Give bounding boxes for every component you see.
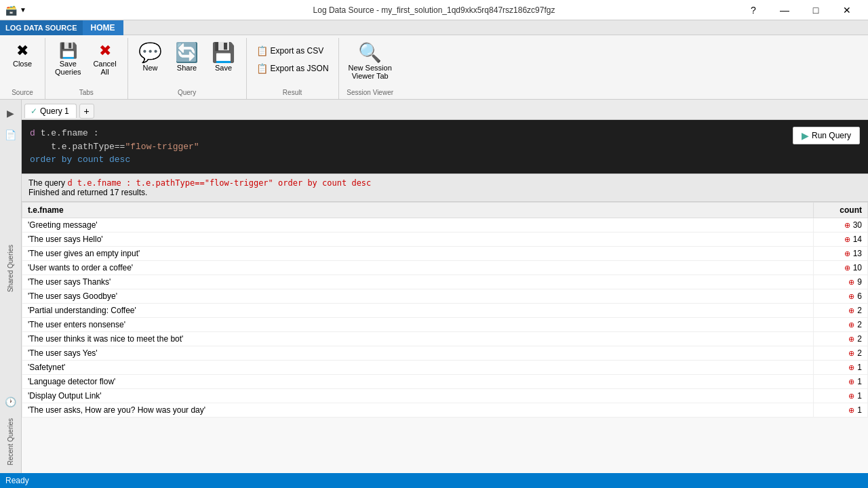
results-area: The query d t.e.fname : t.e.pathType=="f… bbox=[22, 174, 868, 473]
table-row[interactable]: 'The user enters nonsense'⊕2 bbox=[22, 318, 868, 332]
ribbon: ✖ Close Source 💾 Save Queries ✖ Cancel A… bbox=[0, 35, 868, 100]
recent-queries-icon[interactable]: 🕐 bbox=[1, 392, 20, 411]
minimize-button[interactable]: — bbox=[769, 0, 800, 20]
save-icon: 💾 bbox=[212, 43, 235, 62]
result-group-label: Result bbox=[283, 87, 302, 99]
count-value: 1 bbox=[857, 405, 862, 415]
table-row[interactable]: 'Language detector flow'⊕1 bbox=[22, 375, 868, 389]
count-icon: ⊕ bbox=[848, 292, 854, 301]
export-json-button[interactable]: 📋 Export as JSON bbox=[252, 61, 333, 76]
add-tab-button[interactable]: + bbox=[79, 104, 94, 119]
title-dropdown-icon[interactable]: ▼ bbox=[20, 6, 26, 14]
share-button[interactable]: 🔄 Share bbox=[170, 41, 204, 75]
editor-line-1: d t.e.fname : bbox=[30, 127, 860, 140]
save-label: Save bbox=[215, 64, 232, 72]
cell-fname: 'The user gives an empty input' bbox=[22, 247, 814, 261]
app-icon: 🗃️ bbox=[5, 5, 17, 16]
cell-fname: 'The user says Thanks' bbox=[22, 275, 814, 289]
results-query-line: The query d t.e.fname : t.e.pathType=="f… bbox=[28, 178, 861, 188]
cell-count: ⊕1 bbox=[814, 375, 868, 389]
cell-fname: 'Display Output Link' bbox=[22, 389, 814, 403]
share-icon: 🔄 bbox=[175, 43, 199, 62]
export-csv-button[interactable]: 📋 Export as CSV bbox=[252, 43, 333, 58]
table-row[interactable]: 'The user thinks it was nice to meet the… bbox=[22, 332, 868, 346]
menu-bar: LOG DATA SOURCE HOME bbox=[0, 20, 868, 35]
cell-fname: 'The user enters nonsense' bbox=[22, 318, 814, 332]
collapse-sidebar-icon[interactable]: ▶ bbox=[1, 104, 20, 123]
cancel-all-icon: ✖ bbox=[99, 43, 111, 58]
close-icon: ✖ bbox=[16, 43, 28, 58]
count-value: 10 bbox=[853, 263, 862, 272]
cell-count: ⊕14 bbox=[814, 232, 868, 247]
count-icon: ⊕ bbox=[848, 378, 854, 386]
content-area: ✓ Query 1 + d t.e.fname : t.e.pathType==… bbox=[22, 100, 868, 473]
table-row[interactable]: 'Greeting message'⊕30 bbox=[22, 218, 868, 232]
share-label: Share bbox=[177, 64, 197, 72]
count-icon: ⊕ bbox=[848, 363, 854, 372]
count-value: 2 bbox=[857, 320, 862, 329]
table-row[interactable]: 'Partial understanding: Coffee'⊕2 bbox=[22, 304, 868, 318]
cell-fname: 'The user says Hello' bbox=[22, 232, 814, 247]
count-icon: ⊕ bbox=[844, 249, 850, 258]
document-icon[interactable]: 📄 bbox=[1, 125, 20, 144]
menu-home[interactable]: HOME bbox=[83, 20, 123, 35]
count-value: 1 bbox=[857, 391, 862, 401]
results-query-prefix: The query bbox=[28, 178, 67, 188]
cell-fname: 'The user says Goodbye' bbox=[22, 289, 814, 304]
new-session-viewer-tab-button[interactable]: 🔍 New Session Viewer Tab bbox=[344, 41, 396, 83]
close-button[interactable]: ✕ bbox=[831, 0, 863, 20]
close-button[interactable]: ✖ Close bbox=[5, 41, 39, 70]
help-button[interactable]: ? bbox=[738, 0, 769, 20]
count-icon: ⊕ bbox=[844, 264, 850, 272]
save-queries-button[interactable]: 💾 Save Queries bbox=[51, 41, 85, 79]
table-row[interactable]: 'Display Output Link'⊕1 bbox=[22, 389, 868, 403]
count-value: 9 bbox=[857, 277, 862, 287]
cancel-all-button[interactable]: ✖ Cancel All bbox=[88, 41, 122, 79]
new-session-tab-label: New Session Viewer Tab bbox=[349, 64, 392, 80]
status-bar: Ready bbox=[0, 473, 868, 488]
session-viewer-icon: 🔍 bbox=[358, 43, 382, 62]
cell-count: ⊕9 bbox=[814, 275, 868, 289]
shared-queries-label[interactable]: Shared Queries bbox=[5, 242, 16, 295]
count-value: 13 bbox=[853, 249, 862, 258]
query-tab-1[interactable]: ✓ Query 1 bbox=[24, 104, 77, 118]
count-icon: ⊕ bbox=[848, 406, 854, 415]
recent-queries-label[interactable]: Recent Queries bbox=[5, 415, 16, 468]
table-row[interactable]: 'User wants to order a coffee'⊕10 bbox=[22, 261, 868, 275]
table-row[interactable]: 'The user says Yes'⊕2 bbox=[22, 346, 868, 361]
results-finished-text: Finished and returned 17 results. bbox=[28, 188, 861, 197]
tabs-group-label: Tabs bbox=[79, 87, 94, 99]
maximize-button[interactable]: □ bbox=[800, 0, 831, 20]
col-header-count: count bbox=[814, 203, 868, 218]
run-query-button[interactable]: ▶ Run Query bbox=[793, 127, 860, 144]
table-row[interactable]: 'The user says Hello'⊕14 bbox=[22, 232, 868, 247]
new-button[interactable]: 💬 New bbox=[134, 41, 167, 75]
cell-fname: 'User wants to order a coffee' bbox=[22, 261, 814, 275]
table-row[interactable]: 'The user says Thanks'⊕9 bbox=[22, 275, 868, 289]
main-area: ▶ 📄 Shared Queries 🕐 Recent Queries ✓ Qu… bbox=[0, 100, 868, 473]
count-value: 30 bbox=[853, 220, 862, 230]
table-row[interactable]: 'The user asks, How are you? How was you… bbox=[22, 403, 868, 418]
cell-fname: 'The user thinks it was nice to meet the… bbox=[22, 332, 814, 346]
table-row[interactable]: 'The user gives an empty input'⊕13 bbox=[22, 247, 868, 261]
menu-log-source[interactable]: LOG DATA SOURCE bbox=[0, 20, 83, 35]
table-row[interactable]: 'Safetynet'⊕1 bbox=[22, 361, 868, 375]
export-json-label: Export as JSON bbox=[271, 64, 329, 73]
cancel-all-label: Cancel All bbox=[93, 60, 116, 76]
query-tab-check-icon: ✓ bbox=[31, 106, 37, 116]
count-icon: ⊕ bbox=[848, 349, 854, 358]
table-row[interactable]: 'The user says Goodbye'⊕6 bbox=[22, 289, 868, 304]
ribbon-group-tabs: 💾 Save Queries ✖ Cancel All Tabs bbox=[45, 38, 128, 99]
session-viewer-group-label: Session Viewer bbox=[347, 87, 393, 99]
query-editor[interactable]: d t.e.fname : t.e.pathType=="flow-trigge… bbox=[22, 120, 868, 174]
export-json-icon: 📋 bbox=[256, 63, 268, 74]
results-table-wrapper[interactable]: t.e.fname count 'Greeting message'⊕30'Th… bbox=[22, 202, 868, 473]
save-button[interactable]: 💾 Save bbox=[207, 41, 241, 75]
col-header-fname: t.e.fname bbox=[22, 203, 814, 218]
count-value: 2 bbox=[857, 306, 862, 315]
cell-count: ⊕2 bbox=[814, 332, 868, 346]
cell-fname: 'Language detector flow' bbox=[22, 375, 814, 389]
title-bar: 🗃️ ▼ Log Data Source - my_first_solution… bbox=[0, 0, 868, 20]
new-label: New bbox=[143, 64, 158, 72]
query-group-label: Query bbox=[178, 87, 196, 99]
